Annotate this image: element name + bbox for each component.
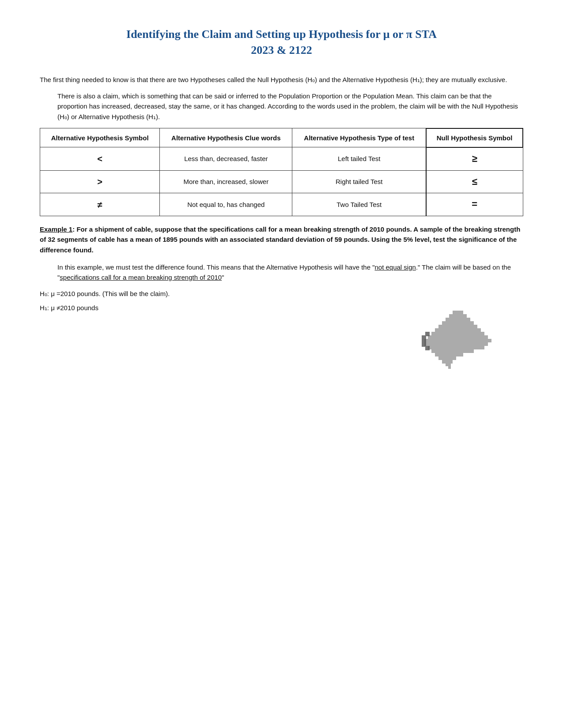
specifications-ref: specifications call for a mean breaking … — [60, 274, 222, 281]
svg-rect-157 — [453, 356, 456, 360]
svg-rect-154 — [442, 356, 446, 360]
h0-line: H₀: μ =2010 pounds. (This will be the cl… — [40, 289, 523, 299]
svg-rect-122 — [446, 346, 449, 349]
svg-rect-134 — [435, 349, 438, 353]
svg-rect-90 — [460, 339, 463, 342]
svg-rect-64 — [431, 335, 435, 339]
svg-rect-160 — [449, 360, 453, 364]
svg-rect-112 — [470, 342, 474, 346]
clue-words-1: Less than, decreased, faster — [160, 147, 292, 170]
svg-rect-52 — [446, 332, 449, 335]
null-symbol-3: = — [426, 193, 523, 216]
svg-rect-46 — [474, 328, 477, 332]
svg-rect-109 — [460, 342, 463, 346]
svg-rect-48 — [431, 332, 435, 335]
svg-rect-5 — [456, 314, 460, 318]
svg-rect-11 — [456, 318, 460, 321]
svg-rect-60 — [474, 332, 477, 335]
svg-rect-111 — [467, 342, 470, 346]
null-symbol-1: ≥ — [426, 147, 523, 170]
svg-rect-62 — [481, 332, 484, 335]
intro-paragraph-1: The first thing needed to know is that t… — [40, 75, 523, 85]
svg-rect-94 — [474, 339, 477, 342]
svg-rect-67 — [442, 335, 446, 339]
svg-rect-158 — [442, 360, 446, 364]
svg-rect-69 — [449, 335, 453, 339]
svg-rect-129 — [470, 346, 474, 349]
svg-rect-159 — [446, 360, 449, 364]
alt-symbol-3: ≠ — [40, 193, 160, 216]
svg-rect-45 — [470, 328, 474, 332]
svg-rect-72 — [460, 335, 463, 339]
svg-rect-110 — [463, 342, 467, 346]
svg-rect-76 — [474, 335, 477, 339]
svg-rect-82 — [431, 339, 435, 342]
svg-rect-53 — [449, 332, 453, 335]
svg-rect-40 — [453, 328, 456, 332]
svg-rect-163 — [448, 366, 451, 369]
svg-rect-47 — [477, 328, 481, 332]
svg-rect-133 — [431, 349, 435, 353]
svg-rect-35 — [435, 328, 438, 332]
svg-rect-51 — [442, 332, 446, 335]
svg-rect-27 — [449, 325, 453, 328]
svg-rect-6 — [460, 314, 463, 318]
svg-rect-37 — [442, 328, 446, 332]
svg-rect-101 — [431, 342, 435, 346]
page-title: Identifying the Claim and Setting up Hyp… — [40, 26, 523, 59]
svg-rect-86 — [446, 339, 449, 342]
svg-rect-1 — [456, 311, 460, 314]
svg-rect-150 — [453, 353, 456, 356]
svg-rect-59 — [470, 332, 474, 335]
svg-rect-89 — [456, 339, 460, 342]
alt-symbol-1: < — [40, 147, 160, 170]
svg-rect-153 — [438, 356, 442, 360]
svg-rect-118 — [431, 346, 435, 349]
svg-rect-124 — [453, 346, 456, 349]
svg-rect-155 — [446, 356, 449, 360]
null-symbol-2: ≤ — [426, 170, 523, 193]
svg-rect-108 — [456, 342, 460, 346]
svg-rect-32 — [467, 325, 470, 328]
svg-rect-41 — [456, 328, 460, 332]
svg-rect-74 — [467, 335, 470, 339]
svg-rect-3 — [449, 314, 453, 318]
svg-rect-70 — [453, 335, 456, 339]
svg-rect-30 — [460, 325, 463, 328]
svg-rect-141 — [460, 349, 463, 353]
svg-rect-66 — [438, 335, 442, 339]
svg-rect-116 — [484, 342, 488, 346]
svg-rect-93 — [470, 339, 474, 342]
col-header-clue-words: Alternative Hypothesis Clue words — [160, 128, 292, 147]
svg-rect-21 — [463, 321, 467, 325]
svg-rect-18 — [453, 321, 456, 325]
svg-rect-12 — [460, 318, 463, 321]
svg-rect-16 — [446, 321, 449, 325]
svg-rect-137 — [446, 349, 449, 353]
svg-rect-10 — [453, 318, 456, 321]
svg-rect-131 — [477, 346, 481, 349]
svg-rect-19 — [456, 321, 460, 325]
svg-rect-162 — [448, 364, 451, 366]
example-label: Example 1 — [40, 225, 72, 233]
svg-rect-55 — [456, 332, 460, 335]
svg-rect-115 — [481, 342, 484, 346]
bottom-section: H₀: μ =2010 pounds. (This will be the cl… — [40, 289, 523, 386]
svg-rect-26 — [446, 325, 449, 328]
svg-rect-167 — [425, 332, 430, 336]
col-header-alt-symbol: Alternative Hypothesis Symbol — [40, 128, 160, 147]
svg-rect-135 — [438, 349, 442, 353]
svg-rect-87 — [449, 339, 453, 342]
svg-rect-71 — [456, 335, 460, 339]
svg-rect-136 — [442, 349, 446, 353]
svg-rect-44 — [467, 328, 470, 332]
svg-rect-58 — [467, 332, 470, 335]
clue-words-3: Not equal to, has changed — [160, 193, 292, 216]
example-block: Example 1: For a shipment of cable, supp… — [40, 224, 523, 255]
svg-rect-31 — [463, 325, 467, 328]
svg-rect-98 — [488, 339, 491, 342]
svg-rect-123 — [449, 346, 453, 349]
svg-rect-100 — [428, 342, 431, 346]
svg-rect-146 — [438, 353, 442, 356]
svg-rect-38 — [446, 328, 449, 332]
